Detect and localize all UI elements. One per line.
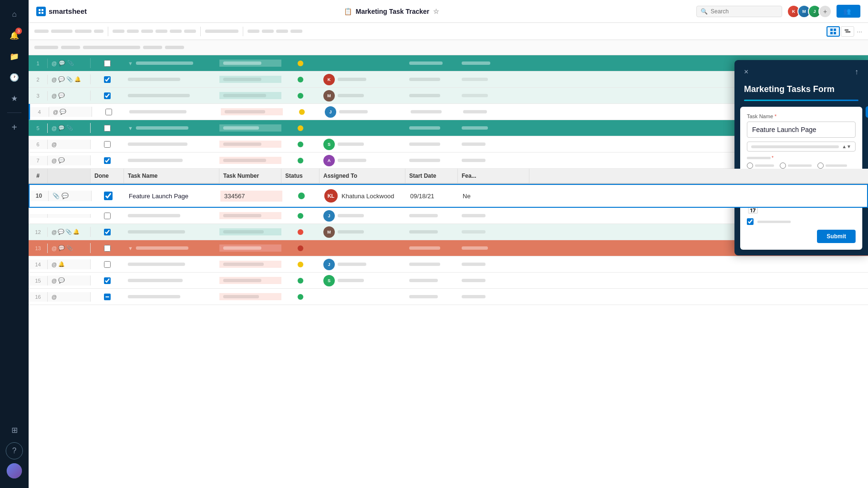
radio-option-2[interactable]: [780, 163, 812, 169]
recent-icon[interactable]: 🕐: [6, 69, 23, 86]
done-cell[interactable]: [91, 243, 124, 254]
link-icon[interactable]: @: [52, 278, 57, 284]
home-icon[interactable]: ⌂: [6, 6, 23, 23]
svg-rect-4: [845, 30, 848, 30]
done-checkbox[interactable]: [104, 229, 111, 235]
done-cell[interactable]: [92, 107, 125, 117]
done-checkbox[interactable]: [104, 277, 111, 284]
done-cell[interactable]: [91, 58, 124, 69]
form-panel-share-icon[interactable]: ↑: [855, 68, 858, 76]
start-date-cell: [405, 261, 458, 268]
done-cell[interactable]: [91, 123, 124, 133]
add-icon[interactable]: +: [6, 119, 23, 136]
done-cell[interactable]: [91, 155, 124, 166]
done-cell[interactable]: [91, 275, 124, 286]
link-icon[interactable]: @: [52, 125, 57, 131]
done-cell[interactable]: [91, 139, 124, 150]
task-name-value[interactable]: Feature Launch Page: [747, 122, 856, 138]
done-checkbox[interactable]: [104, 125, 111, 132]
comment-icon[interactable]: 💬: [58, 245, 65, 251]
link-icon[interactable]: @: [52, 158, 57, 163]
link-icon[interactable]: @: [52, 77, 57, 82]
feature-cell: [458, 92, 529, 99]
alert-icon[interactable]: 🔔: [73, 229, 80, 235]
done-cell[interactable]: [91, 292, 124, 302]
done-checkbox-indeterminate[interactable]: [104, 294, 111, 300]
attachment-icon[interactable]: 📎: [52, 193, 60, 199]
sheet-title-text[interactable]: Marketing Task Tracker: [356, 8, 430, 15]
comment-icon[interactable]: 💬: [62, 193, 69, 199]
attachment-icon[interactable]: 📎: [66, 125, 73, 131]
link-icon[interactable]: @: [53, 109, 58, 115]
link-icon[interactable]: @: [52, 294, 57, 300]
done-cell[interactable]: [91, 259, 124, 270]
files-icon[interactable]: 📁: [6, 48, 23, 65]
link-icon[interactable]: @: [52, 61, 57, 66]
done-checkbox[interactable]: [104, 76, 111, 83]
radio-input-3[interactable]: [817, 163, 824, 169]
radio-option-3[interactable]: [817, 163, 847, 169]
done-checkbox[interactable]: [104, 245, 111, 252]
attachment-icon[interactable]: 📎: [65, 229, 72, 235]
form-panel-close-button[interactable]: ×: [744, 68, 748, 76]
done-cell[interactable]: [91, 227, 124, 237]
task-name-cell[interactable]: Feature Launch Page: [125, 191, 220, 202]
link-icon[interactable]: @: [52, 229, 57, 235]
user-avatar[interactable]: [7, 463, 22, 478]
grid-view-button[interactable]: [827, 26, 840, 37]
link-icon[interactable]: @: [52, 262, 57, 267]
attachment-icon[interactable]: 📎: [67, 60, 74, 66]
done-cell[interactable]: [92, 190, 125, 202]
column-drag-handle[interactable]: [866, 106, 868, 118]
submit-button[interactable]: Submit: [817, 230, 856, 243]
done-checkbox[interactable]: [104, 60, 111, 67]
radio-option-1[interactable]: [747, 163, 774, 169]
done-checkbox[interactable]: [104, 261, 111, 268]
radio-input-2[interactable]: [780, 163, 786, 169]
done-checkbox[interactable]: [105, 109, 112, 115]
search-box[interactable]: 🔍: [696, 6, 782, 17]
comment-icon[interactable]: 💬: [58, 277, 65, 284]
link-icon[interactable]: @: [52, 142, 57, 147]
done-checkbox[interactable]: [104, 92, 111, 99]
comment-icon[interactable]: 💬: [60, 109, 66, 115]
done-cell[interactable]: [91, 74, 124, 85]
comment-icon[interactable]: 💬: [58, 125, 65, 131]
share-button[interactable]: 👥: [837, 5, 860, 18]
task-number-cell: [221, 108, 283, 115]
done-check-input[interactable]: [747, 218, 754, 225]
link-icon[interactable]: @: [52, 93, 57, 99]
attachment-icon[interactable]: 📎: [66, 245, 73, 251]
col-header-assigned: Assigned To: [320, 169, 405, 183]
search-input[interactable]: [711, 8, 777, 15]
radio-input-1[interactable]: [747, 163, 753, 169]
favorites-icon[interactable]: ★: [6, 90, 23, 107]
link-icon[interactable]: @: [52, 245, 57, 251]
logo-area: smartsheet: [36, 7, 87, 16]
done-cell[interactable]: [91, 91, 124, 101]
star-favorite-icon[interactable]: ☆: [433, 8, 439, 15]
comment-icon[interactable]: 💬: [58, 92, 65, 99]
help-icon[interactable]: ?: [6, 442, 23, 459]
col-header-num: #: [29, 169, 48, 183]
done-checkbox[interactable]: [104, 157, 111, 164]
done-checkbox[interactable]: [104, 141, 111, 148]
comment-icon[interactable]: 💬: [58, 76, 65, 82]
notifications-icon[interactable]: 🔔 3: [6, 27, 23, 44]
attachment-icon[interactable]: 📎: [66, 76, 73, 82]
alert-icon[interactable]: 🔔: [74, 76, 81, 82]
task-number-cell[interactable]: 334567: [220, 191, 282, 202]
comment-icon[interactable]: 💬: [58, 157, 65, 163]
dropdown-field[interactable]: ▲▼: [747, 142, 856, 152]
done-checkbox[interactable]: [104, 192, 113, 200]
comment-icon[interactable]: 💬: [58, 229, 64, 235]
gantt-view-button[interactable]: [841, 26, 854, 37]
start-date-cell: [405, 244, 458, 252]
done-checkbox[interactable]: [104, 213, 111, 219]
comment-icon[interactable]: 💬: [59, 60, 65, 66]
more-options-button[interactable]: ···: [857, 28, 862, 35]
apps-icon[interactable]: ⊞: [6, 421, 23, 438]
done-cell[interactable]: [91, 211, 124, 221]
alert-icon[interactable]: 🔔: [58, 261, 65, 267]
add-collaborator-button[interactable]: +: [818, 5, 832, 18]
